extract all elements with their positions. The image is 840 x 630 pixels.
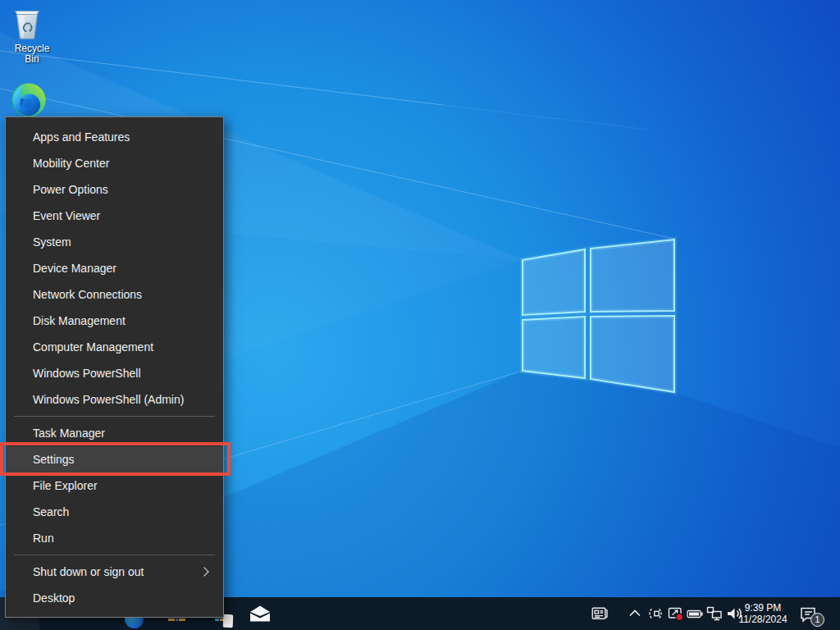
menu-item-event-viewer[interactable]: Event Viewer — [6, 203, 223, 229]
menu-item-system[interactable]: System — [6, 229, 223, 255]
file-explorer-taskbar-icon — [176, 619, 178, 621]
menu-item-windows-powershell-admin[interactable]: Windows PowerShell (Admin) — [6, 386, 223, 413]
menu-item-search[interactable]: Search — [6, 499, 223, 525]
pinned-app-taskbar-icon — [215, 619, 219, 621]
menu-item-disk-management[interactable]: Disk Management — [6, 308, 223, 334]
file-explorer-taskbar-icon[interactable] — [168, 619, 175, 621]
menu-item-device-manager[interactable]: Device Manager — [6, 255, 223, 281]
recycle-bin-icon — [8, 5, 56, 43]
news-icon[interactable] — [590, 604, 609, 623]
menu-item-windows-powershell[interactable]: Windows PowerShell — [6, 360, 223, 386]
menu-item-file-explorer[interactable]: File Explorer — [6, 472, 223, 499]
chevron-up-icon[interactable] — [625, 604, 645, 623]
menu-separator — [14, 416, 215, 417]
winx-context-menu: Apps and Features Mobility Center Power … — [5, 116, 224, 618]
submenu-chevron-icon — [199, 567, 208, 576]
sync-icon[interactable] — [646, 604, 665, 623]
menu-separator — [14, 555, 215, 555]
file-explorer-taskbar-icon — [179, 619, 185, 621]
windows-logo — [523, 240, 674, 392]
edge-desktop-icon[interactable] — [10, 81, 57, 119]
mail-taskbar-icon[interactable] — [249, 605, 272, 623]
windows-desktop: { "desktop": { "icons": [ { "name": "rec… — [0, 0, 840, 630]
menu-item-apps-and-features[interactable]: Apps and Features — [6, 124, 223, 150]
menu-item-settings[interactable]: Settings — [6, 446, 223, 472]
notification-badge: 1 — [810, 613, 824, 627]
edge-icon — [10, 81, 57, 119]
update-alert-icon[interactable] — [665, 604, 685, 623]
menu-item-mobility-center[interactable]: Mobility Center — [6, 150, 223, 176]
recycle-bin-label: Recycle Bin — [8, 43, 56, 65]
menu-item-shut-down-or-sign-out[interactable]: Shut down or sign out — [6, 559, 223, 585]
recycle-bin-desktop-icon[interactable]: Recycle Bin — [8, 5, 56, 65]
pinned-app-taskbar-icon[interactable] — [223, 614, 234, 628]
network-icon[interactable] — [705, 604, 724, 623]
clock-time: 9:39 PM — [730, 602, 796, 614]
menu-item-network-connections[interactable]: Network Connections — [6, 281, 223, 308]
menu-item-run[interactable]: Run — [6, 525, 223, 551]
menu-item-computer-management[interactable]: Computer Management — [6, 334, 223, 360]
battery-icon[interactable] — [685, 604, 705, 623]
menu-item-desktop[interactable]: Desktop — [6, 585, 223, 611]
clock-date: 11/28/2024 — [730, 614, 796, 625]
taskbar-clock[interactable]: 9:39 PM 11/28/2024 — [730, 602, 796, 625]
menu-item-task-manager[interactable]: Task Manager — [6, 420, 223, 446]
menu-item-power-options[interactable]: Power Options — [6, 176, 223, 203]
shut-down-label: Shut down or sign out — [33, 559, 144, 585]
